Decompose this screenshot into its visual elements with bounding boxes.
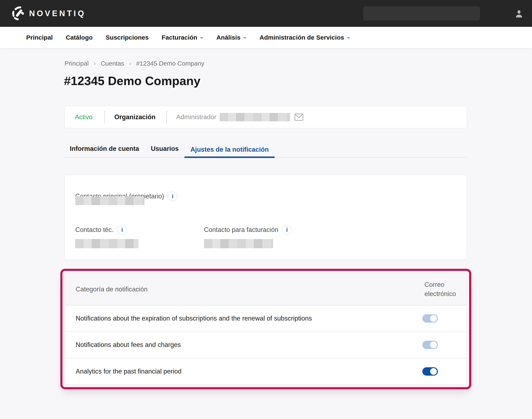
breadcrumb-separator: › bbox=[94, 60, 96, 67]
info-icon[interactable]: i bbox=[282, 225, 292, 235]
nav-item-analisis[interactable]: Análisis bbox=[216, 34, 247, 41]
toggle-knob bbox=[430, 315, 437, 322]
breadcrumb: Principal › Cuentas › #12345 Demo Compan… bbox=[65, 60, 204, 67]
billing-contact-label-row: Contacto para facturación i bbox=[204, 225, 292, 235]
email-toggle[interactable] bbox=[422, 314, 438, 323]
nav-item-label: Administración de Servicios bbox=[260, 34, 344, 41]
billing-contact-value-redacted bbox=[204, 239, 273, 248]
email-header-line1: Correo bbox=[425, 281, 444, 288]
top-bar: NOVENTIQ bbox=[0, 0, 532, 27]
noventiq-logo[interactable]: NOVENTIQ bbox=[12, 6, 86, 21]
category-column-header: Categoría de notificación bbox=[76, 286, 147, 293]
account-type-label: Organización bbox=[114, 113, 155, 121]
account-tabs: Información de cuenta Usuarios Ajustes d… bbox=[65, 145, 467, 157]
nav-item-suscripciones[interactable]: Suscripciones bbox=[106, 34, 149, 41]
account-status-card: Activo Organización Administrador bbox=[65, 106, 467, 128]
tech-contact-label-row: Contacto téc. i bbox=[75, 225, 127, 235]
breadcrumb-principal[interactable]: Principal bbox=[65, 60, 89, 67]
email-toggle[interactable] bbox=[422, 341, 438, 349]
toggle-knob bbox=[430, 368, 437, 375]
nav-item-principal[interactable]: Principal bbox=[26, 34, 53, 41]
table-body: Notifications about the expiration of su… bbox=[65, 305, 466, 384]
nav-item-facturacion[interactable]: Facturación bbox=[162, 34, 203, 41]
primary-contact-value-redacted bbox=[75, 196, 145, 205]
contacts-card: Contacto principal (propietario) i Conta… bbox=[65, 175, 467, 260]
administrator-label: Administrador bbox=[176, 113, 216, 121]
mail-icon[interactable] bbox=[294, 113, 304, 121]
notification-category-label: Notifications about the expiration of su… bbox=[76, 315, 312, 322]
divider bbox=[104, 111, 105, 124]
breadcrumb-cuentas[interactable]: Cuentas bbox=[101, 60, 124, 67]
email-header-line2: electrónico bbox=[425, 290, 456, 298]
notification-settings-highlight-box: Categoría de notificación Correo electró… bbox=[60, 269, 471, 389]
breadcrumb-current: #12345 Demo Company bbox=[136, 60, 204, 67]
toggle-knob bbox=[430, 341, 437, 348]
tab-usuarios[interactable]: Usuarios bbox=[145, 145, 185, 157]
billing-contact-label: Contacto para facturación bbox=[204, 226, 278, 234]
administrator-name-redacted bbox=[220, 113, 290, 121]
nav-item-label: Facturación bbox=[162, 34, 197, 41]
email-toggle[interactable] bbox=[422, 367, 438, 376]
user-icon bbox=[514, 9, 524, 19]
notification-category-label: Notifications about fees and charges bbox=[76, 341, 181, 349]
account-page: NOVENTIQ Principal Catálogo Suscripcione… bbox=[0, 0, 532, 419]
main-nav: Principal Catálogo Suscripciones Factura… bbox=[0, 27, 532, 48]
nav-item-label: Catálogo bbox=[66, 34, 93, 41]
tech-contact-label: Contacto téc. bbox=[75, 226, 114, 234]
nav-item-catalogo[interactable]: Catálogo bbox=[66, 34, 93, 41]
info-icon[interactable]: i bbox=[117, 225, 127, 235]
info-icon[interactable]: i bbox=[168, 192, 178, 201]
nav-item-label: Suscripciones bbox=[106, 34, 149, 41]
user-menu-button[interactable] bbox=[514, 9, 524, 19]
notification-settings-table: Categoría de notificación Correo electró… bbox=[65, 273, 466, 385]
logo-wordmark: NOVENTIQ bbox=[29, 9, 86, 18]
tech-contact-value-redacted bbox=[75, 239, 139, 248]
notification-category-label: Analytics for the past financial period bbox=[76, 368, 182, 375]
chevron-down-icon bbox=[243, 37, 247, 39]
chevron-down-icon bbox=[347, 37, 350, 39]
divider bbox=[166, 111, 167, 124]
noventiq-logo-icon bbox=[12, 6, 26, 21]
table-header-row: Categoría de notificación Correo electró… bbox=[65, 274, 466, 305]
nav-item-label: Análisis bbox=[216, 34, 240, 41]
tab-informacion-de-cuenta[interactable]: Información de cuenta bbox=[65, 145, 145, 157]
tab-ajustes-de-la-notificacion[interactable]: Ajustes de la notificación bbox=[185, 146, 275, 158]
table-row: Analytics for the past financial period bbox=[65, 358, 466, 384]
table-row: Notifications about the expiration of su… bbox=[65, 305, 466, 331]
search-input[interactable] bbox=[363, 6, 480, 21]
chevron-down-icon bbox=[200, 37, 203, 39]
table-row: Notifications about fees and charges bbox=[65, 331, 466, 358]
nav-item-label: Principal bbox=[26, 34, 53, 41]
email-column-header: Correo electrónico bbox=[425, 280, 456, 299]
breadcrumb-separator: › bbox=[129, 60, 131, 67]
status-badge: Activo bbox=[75, 113, 93, 121]
nav-item-administracion-de-servicios[interactable]: Administración de Servicios bbox=[260, 34, 350, 41]
page-title: #12345 Demo Company bbox=[64, 74, 200, 88]
